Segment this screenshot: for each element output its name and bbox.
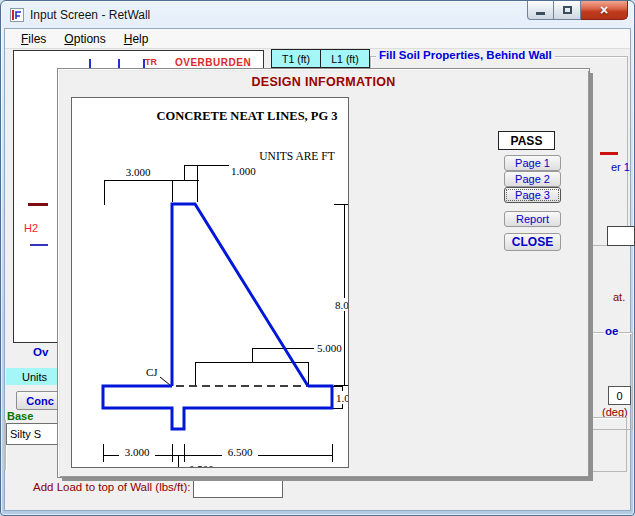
canvas-blue-line <box>30 244 48 246</box>
add-load-label: Add Load to top of Wall (lbs/ft): <box>33 481 190 493</box>
dim-key-width: 0.500 <box>189 463 214 467</box>
page-3-button[interactable]: Page 3 <box>504 187 561 203</box>
wall-diagram-panel: CONCRETE NEAT LINES, PG 3 UNITS ARE FT <box>71 97 349 468</box>
cj-leader-line <box>160 377 170 385</box>
dim-stem-top: 1.000 <box>231 165 256 177</box>
page-1-button[interactable]: Page 1 <box>504 155 561 171</box>
fill-soil-group-title: Fill Soil Properties, Behind Wall <box>376 49 555 61</box>
canvas-label-h2: H2 <box>24 222 38 234</box>
sat-label: at. <box>613 291 625 303</box>
minimize-button[interactable] <box>527 1 554 20</box>
dialog-close-button[interactable]: CLOSE <box>504 233 561 251</box>
soil-table-headers: T1 (ft) L1 (ft) <box>272 49 370 68</box>
stem-outline <box>172 204 308 386</box>
menu-help[interactable]: Help <box>117 30 156 48</box>
page-2-button[interactable]: Page 2 <box>504 171 561 187</box>
wall-outline <box>103 204 332 429</box>
dim-top-width: 3.000 <box>126 166 151 178</box>
canvas-label-overburden: OVERBURDEN <box>175 57 251 68</box>
canvas-label-tr: TR <box>145 57 157 67</box>
dialog-title: DESIGN INFORMATION <box>58 75 589 89</box>
header-l1: L1 (ft) <box>320 49 370 68</box>
legend-red-dash <box>600 152 618 155</box>
units-label: Units <box>6 368 63 385</box>
retwall-app-icon <box>9 7 25 23</box>
caption-buttons: × <box>527 1 628 20</box>
right-input-fragment[interactable] <box>607 226 635 246</box>
overburden-section-label: Ov <box>33 346 48 358</box>
maximize-button[interactable] <box>554 1 581 20</box>
cj-label: CJ <box>146 366 158 378</box>
footing-outline <box>103 386 332 429</box>
diagram-title: CONCRETE NEAT LINES, PG 3 <box>156 109 337 123</box>
dimension-lines <box>103 165 348 467</box>
window-title: Input Screen - RetWall <box>30 8 150 22</box>
menu-options[interactable]: Options <box>57 30 112 48</box>
menu-bar: Files Options Help <box>5 29 630 49</box>
header-t1: T1 (ft) <box>271 49 321 68</box>
units-note: UNITS ARE FT <box>259 150 334 162</box>
wall-diagram: CONCRETE NEAT LINES, PG 3 UNITS ARE FT <box>72 98 348 467</box>
maximize-icon <box>563 6 572 14</box>
dimension-labels: 3.000 1.000 8.0 5.000 1.0 3.000 6.500 0.… <box>119 165 348 467</box>
toe-group-label: oe <box>604 325 619 337</box>
base-group-label: Base <box>7 410 33 422</box>
diagram-headings: CONCRETE NEAT LINES, PG 3 UNITS ARE FT <box>156 109 337 162</box>
dim-heel: 5.000 <box>317 342 342 354</box>
add-load-input[interactable] <box>193 478 283 498</box>
canvas-maroon-line <box>28 203 48 206</box>
layer-1-label: er 1 <box>611 161 630 173</box>
report-button[interactable]: Report <box>504 211 561 227</box>
dim-toe: 3.000 <box>125 446 150 458</box>
close-icon: × <box>600 2 608 18</box>
design-information-dialog: DESIGN INFORMATION CONCRETE NEAT LINES, … <box>57 68 590 478</box>
deg-value-input[interactable]: 0 <box>608 386 631 405</box>
dim-stem-height: 8.0 <box>335 299 348 311</box>
minimize-icon <box>536 12 545 15</box>
retwall-window: Input Screen - RetWall × Files Options H… <box>0 0 635 516</box>
close-button[interactable]: × <box>581 1 628 20</box>
pass-status-badge: PASS <box>498 131 555 150</box>
dim-heel-bottom: 6.500 <box>228 446 253 458</box>
menu-files[interactable]: Files <box>14 30 53 48</box>
dim-footing-thickness: 1.0 <box>336 392 348 404</box>
